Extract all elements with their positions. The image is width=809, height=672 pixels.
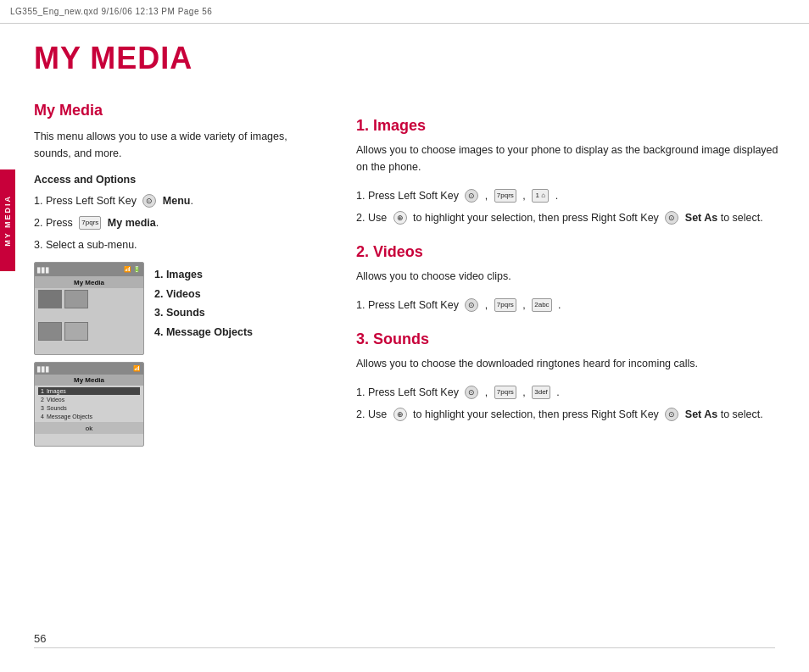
images-step-1: 1. Press Left Soft Key ⊙ , 7pqrs , 1 ⌂ . [356, 187, 784, 204]
images-step-1-text: 1. Press Left Soft Key [356, 187, 461, 204]
images-section: 1. Images Allows you to choose images to… [356, 117, 784, 226]
menu-items-list: 1. Images 2. Videos 3. Sounds 4. Message… [154, 262, 253, 447]
left-section-body: This menu allows you to use a wide varie… [34, 128, 322, 162]
phone-img-2 [64, 290, 88, 308]
sounds-step-1-comma: , [482, 384, 490, 401]
step-1-text: 1. Press Left Soft Key [34, 192, 139, 209]
sidebar-label: MY MEDIA [3, 195, 12, 247]
item-num-2: 2 [41, 397, 44, 403]
screens-and-menu: ▊▊▊📶🔋 My Media [34, 262, 322, 447]
sounds-step-2-use: 2. Use [356, 406, 390, 423]
ok-label: ok [86, 425, 92, 432]
soft-key-icon-5: ⊙ [465, 386, 478, 399]
sidebar-tab: MY MEDIA [0, 169, 15, 271]
left-section-heading: My Media [34, 102, 322, 119]
videos-step-1-comma2: , [520, 297, 528, 314]
phone-screens-container: ▊▊▊📶🔋 My Media [34, 262, 144, 447]
phone-screen-2-bottom: ok [35, 422, 143, 434]
sounds-step-2-end: Set As to select. [682, 406, 762, 423]
images-step-2-end: Set As to select. [682, 209, 762, 226]
phone-screen-1: ▊▊▊📶🔋 My Media [34, 262, 144, 355]
phone-menu-item-2: 2 Videos [38, 396, 140, 403]
step-3-text: 3. Select a sub-menu. [34, 236, 137, 253]
sounds-step-2: 2. Use ⊕ to highlight your selection, th… [356, 406, 784, 423]
main-content: MY MEDIA My Media This menu allows you t… [34, 24, 784, 638]
step-2-label: My media. [104, 214, 159, 231]
sounds-heading: 3. Sounds [356, 330, 784, 348]
step-3: 3. Select a sub-menu. [34, 236, 322, 253]
sounds-step-2-text: to highlight your selection, then press … [410, 406, 662, 423]
videos-step-1: 1. Press Left Soft Key ⊙ , 7pqrs , 2abc … [356, 297, 784, 314]
phone-screen-1-body [35, 288, 143, 354]
step-2: 2. Press 7pqrs My media. [34, 214, 322, 231]
phone-img-3 [38, 322, 62, 341]
item-num-4: 4 [41, 414, 44, 419]
two-column-layout: My Media This menu allows you to use a w… [34, 102, 784, 447]
images-step-2: 2. Use ⊕ to highlight your selection, th… [356, 209, 784, 226]
sounds-section: 3. Sounds Allows you to choose the downl… [356, 330, 784, 423]
sounds-step-1: 1. Press Left Soft Key ⊙ , 7pqrs , 3def … [356, 384, 784, 401]
videos-body: Allows you to choose video clips. [356, 268, 784, 285]
images-step-2-text: to highlight your selection, then press … [410, 209, 662, 226]
right-column: 1. Images Allows you to choose images to… [356, 102, 784, 447]
videos-step-1-period: . [555, 297, 561, 314]
menu-item-3: 3. Sounds [154, 303, 253, 323]
sounds-step-1-text: 1. Press Left Soft Key [356, 384, 461, 401]
key-1-img: 1 ⌂ [532, 189, 549, 203]
videos-step-1-comma: , [482, 297, 490, 314]
key-7pqrs-vid: 7pqrs [494, 298, 516, 312]
item-label-2: Videos [47, 397, 64, 403]
soft-key-icon-4: ⊙ [465, 298, 478, 312]
images-body: Allows you to choose images to your phon… [356, 142, 784, 175]
images-heading: 1. Images [356, 117, 784, 135]
images-step-2-use: 2. Use [356, 209, 390, 226]
phone-img-1 [38, 290, 62, 308]
bottom-line [34, 647, 775, 648]
sounds-step-1-period: . [554, 384, 560, 401]
menu-item-2: 2. Videos [154, 285, 253, 304]
images-step-1-period: . [552, 187, 558, 204]
step-1-menu: Menu. [159, 192, 193, 209]
phone-images-grid [38, 290, 89, 353]
phone-img-4 [64, 322, 88, 341]
nav-icon-snd: ⊕ [393, 408, 407, 421]
item-label-3: Sounds [47, 405, 67, 411]
phone-screen-2-status: ▊▊▊📶 [35, 363, 143, 375]
phone-screen-2-title: My Media [35, 375, 143, 386]
item-label-1: Images [47, 388, 66, 394]
sounds-step-1-comma2: , [520, 384, 528, 401]
step-1: 1. Press Left Soft Key ⊙ Menu. [34, 192, 322, 209]
soft-key-icon-3: ⊙ [665, 211, 678, 225]
images-step-1-comma: , [482, 187, 490, 204]
item-num-3: 3 [41, 405, 44, 411]
header-bar: LG355_Eng_new.qxd 9/16/06 12:13 PM Page … [0, 0, 809, 24]
menu-item-1: 1. Images [154, 265, 253, 285]
key-3def-snd: 3def [532, 386, 550, 399]
soft-key-icon-6: ⊙ [665, 408, 678, 421]
phone-screen-1-status: ▊▊▊📶🔋 [35, 263, 143, 276]
sounds-body: Allows you to choose the downloaded ring… [356, 355, 784, 372]
phone-menu-item-4: 4 Message Objects [38, 413, 140, 420]
item-label-4: Message Objects [47, 414, 92, 419]
phone-menu-item-1: 1 Images [38, 387, 140, 395]
key-7pqrs-img: 7pqrs [494, 189, 516, 203]
left-column: My Media This menu allows you to use a w… [34, 102, 322, 447]
soft-key-icon-1: ⊙ [142, 194, 156, 208]
step-2-text: 2. Press [34, 214, 75, 231]
phone-screen-2-body: 1 Images 2 Videos 3 Sounds [35, 386, 143, 422]
videos-step-1-text: 1. Press Left Soft Key [356, 297, 461, 314]
videos-section: 2. Videos Allows you to choose video cli… [356, 243, 784, 314]
phone-screen-1-title: My Media [35, 276, 143, 288]
access-options-label: Access and Options [34, 174, 322, 186]
key-2abc-vid: 2abc [532, 298, 551, 312]
nav-icon-img: ⊕ [393, 211, 407, 225]
phone-menu-item-3: 3 Sounds [38, 404, 140, 412]
key-7pqrs: 7pqrs [79, 216, 101, 230]
images-step-1-comma2: , [520, 187, 528, 204]
menu-item-4: 4. Message Objects [154, 323, 253, 342]
header-text: LG355_Eng_new.qxd 9/16/06 12:13 PM Page … [10, 7, 212, 16]
soft-key-icon-2: ⊙ [465, 189, 478, 203]
videos-heading: 2. Videos [356, 243, 784, 261]
item-num-1: 1 [41, 388, 44, 394]
page-title: MY MEDIA [34, 41, 784, 76]
